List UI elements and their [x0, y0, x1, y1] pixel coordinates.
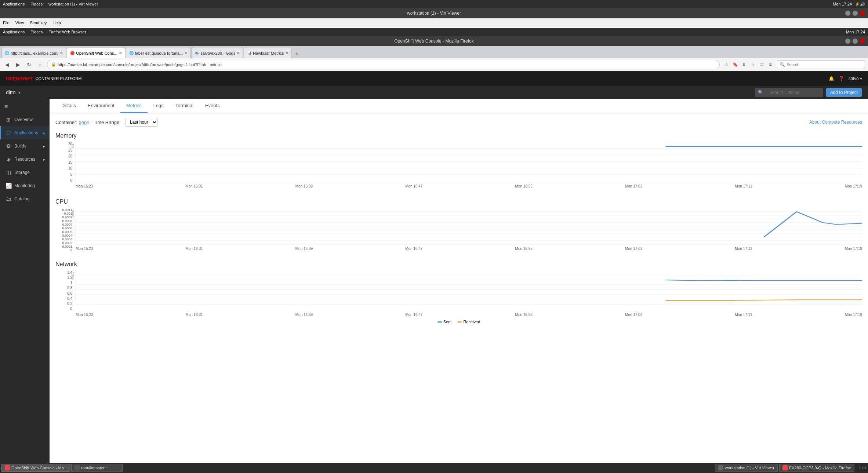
- cpu-chart: 0.0011 0.001 0.0009 0.0008 0.0007 0.0006…: [55, 208, 862, 252]
- sidebar-item-builds[interactable]: ⚙ Builds ▸: [0, 139, 50, 153]
- tab-close-icon[interactable]: ✕: [60, 51, 63, 55]
- sidebar-item-overview[interactable]: ⊞ Overview: [0, 113, 50, 126]
- metrics-area: Container: gogs Time Range: Last hour Ab…: [50, 113, 868, 337]
- tab-faber[interactable]: 🌐 faber est quisque fortuna... ✕: [126, 48, 191, 58]
- sidebar-item-applications[interactable]: ⬡ Applications ▸: [0, 126, 50, 139]
- sidebar-hamburger[interactable]: ≡: [0, 101, 50, 113]
- sidebar-item-storage[interactable]: ◫ Storage: [0, 166, 50, 179]
- ocp-platform-label: CONTAINER PLATFORM: [35, 76, 81, 81]
- user-menu[interactable]: salvo ▾: [849, 76, 862, 81]
- taskbar-ex280[interactable]: EX280-OCP3.9-Q - Mozilla Firefox: [779, 464, 854, 472]
- virt-menu-help[interactable]: Help: [52, 21, 61, 25]
- taskbar-ex280-label: EX280-OCP3.9-Q - Mozilla Firefox: [789, 466, 851, 470]
- shield-icon[interactable]: 🛡: [758, 61, 765, 68]
- search-input[interactable]: [787, 62, 862, 67]
- virt-window-controls[interactable]: [845, 11, 865, 16]
- cpu-chart-area: [76, 208, 862, 245]
- tab-terminal[interactable]: Terminal: [170, 99, 199, 113]
- memory-chart-area: [76, 142, 862, 182]
- search-bar[interactable]: 🔍: [777, 60, 865, 69]
- sidebar-item-resources[interactable]: ◈ Resources ▸: [0, 153, 50, 166]
- taskbar-terminal-icon: [75, 465, 80, 470]
- about-compute-resources-link[interactable]: About Compute Resources: [809, 120, 862, 125]
- forward-button[interactable]: ▶: [14, 61, 22, 69]
- y-label: 0.0006: [62, 226, 72, 230]
- tab-close-icon[interactable]: ✕: [184, 51, 187, 55]
- builds-chevron-icon: ▸: [43, 144, 45, 148]
- sidebar-item-catalog[interactable]: 🗂 Catalog: [0, 192, 50, 205]
- taskbar-virt-viewer[interactable]: workstation (1) - Virt Viewer: [715, 464, 778, 472]
- virt-minimize-button[interactable]: [845, 11, 850, 16]
- virt-menu-file[interactable]: File: [3, 21, 10, 25]
- project-dropdown-icon[interactable]: ▾: [18, 90, 21, 95]
- search-catalog-container[interactable]: 🔍: [755, 88, 823, 97]
- download-icon[interactable]: ⬇: [740, 61, 748, 68]
- tab-details[interactable]: Details: [55, 99, 82, 113]
- reload-button[interactable]: ↻: [25, 61, 33, 69]
- ocp-sidebar: ≡ ⊞ Overview ⬡ Applications ▸ ⚙ Builds ▸…: [0, 99, 50, 473]
- ff-os-places[interactable]: Places: [30, 30, 43, 34]
- x-label: Mon 16:55: [515, 313, 533, 317]
- tab-label: faber est quisque fortuna...: [135, 51, 183, 55]
- bell-icon[interactable]: 🔔: [829, 76, 834, 81]
- home-toolbar-icon[interactable]: ⌂: [749, 61, 756, 68]
- sidebar-item-monitoring[interactable]: 📈 Monitoring: [0, 179, 50, 192]
- y-label: 0.2: [67, 302, 72, 306]
- received-legend-dot: [457, 321, 462, 323]
- virt-menu-view[interactable]: View: [15, 21, 24, 25]
- taskbar-openshift-webconsole[interactable]: OpenShift Web Console - Mo...: [1, 464, 70, 472]
- tab-environment[interactable]: Environment: [82, 99, 120, 113]
- ff-maximize-button[interactable]: [853, 39, 858, 44]
- taskbar-terminal[interactable]: root@master:~: [71, 464, 123, 472]
- sidebar-label-overview: Overview: [14, 117, 33, 122]
- received-legend-label: Received: [463, 320, 480, 324]
- home-button[interactable]: ⌂: [36, 61, 44, 69]
- network-chart-title: Network: [55, 261, 862, 268]
- tab-label: salvo/ex280 - Gogs: [200, 51, 235, 55]
- add-to-project-button[interactable]: Add to Project: [826, 88, 862, 97]
- tab-metrics[interactable]: Metrics: [120, 99, 148, 113]
- ff-close-button[interactable]: [860, 39, 865, 44]
- new-tab-button[interactable]: +: [293, 49, 301, 58]
- container-name: gogs: [79, 120, 89, 125]
- virt-menu-sendkey[interactable]: Send key: [30, 21, 47, 25]
- os-places-menu[interactable]: Places: [30, 2, 43, 6]
- tab-close-icon[interactable]: ✕: [119, 51, 122, 55]
- tab-hawkular[interactable]: 📊 Hawkular Metrics ✕: [244, 48, 291, 58]
- memory-y-unit: KiB: [71, 143, 75, 149]
- ocp-main: ≡ ⊞ Overview ⬡ Applications ▸ ⚙ Builds ▸…: [0, 99, 868, 473]
- ff-os-firefox[interactable]: Firefox Web Browser: [48, 30, 86, 34]
- tab-class-example[interactable]: 🌐 http://class...example.com/ ✕: [1, 48, 66, 58]
- x-label: Mon 17:19: [845, 247, 862, 251]
- tab-close-icon[interactable]: ✕: [286, 51, 288, 55]
- x-label: Mon 17:03: [625, 184, 642, 188]
- ff-window-controls[interactable]: [845, 39, 865, 44]
- search-catalog-input[interactable]: [765, 88, 820, 97]
- tab-events[interactable]: Events: [199, 99, 226, 113]
- tab-logs[interactable]: Logs: [148, 99, 170, 113]
- os-apps-menu[interactable]: Applications: [3, 2, 25, 6]
- x-label: Mon 17:11: [735, 247, 752, 251]
- url-bar[interactable]: 🔒 https://master.lab.example.com/console…: [47, 60, 720, 69]
- virt-maximize-button[interactable]: [853, 11, 858, 16]
- tab-gogs[interactable]: 🐟 salvo/ex280 - Gogs ✕: [191, 48, 243, 58]
- bookmark-icon[interactable]: 🔖: [731, 61, 739, 68]
- secure-icon: 🔒: [51, 62, 56, 67]
- time-range-select[interactable]: Last hour: [125, 118, 158, 127]
- tab-label: OpenShift Web Cons...: [76, 51, 117, 55]
- ff-minimize-button[interactable]: [845, 39, 850, 44]
- tab-openshift-webconsole[interactable]: 🔴 OpenShift Web Cons... ✕: [67, 48, 125, 58]
- builds-icon: ⚙: [6, 143, 11, 149]
- ff-os-apps[interactable]: Applications: [3, 30, 25, 34]
- menu-icon[interactable]: ≡: [767, 61, 774, 68]
- virt-close-button[interactable]: [860, 11, 865, 16]
- project-name[interactable]: ditto: [6, 90, 15, 95]
- os-topbar-left: Applications Places workstation (1) - Vi…: [3, 2, 98, 6]
- taskbar-ex280-icon: [782, 465, 788, 470]
- x-label: Mon 16:47: [405, 184, 422, 188]
- back-button[interactable]: ◀: [3, 61, 11, 69]
- resources-chevron-icon: ▸: [43, 157, 45, 161]
- question-icon[interactable]: ❓: [839, 76, 844, 81]
- bookmark-star-icon[interactable]: ☆: [723, 61, 730, 68]
- tab-close-icon[interactable]: ✕: [237, 51, 240, 55]
